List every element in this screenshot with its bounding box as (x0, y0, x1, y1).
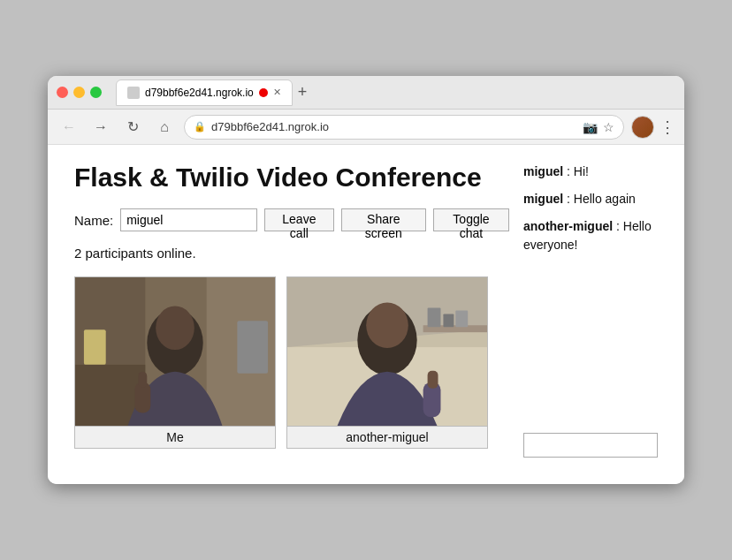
url-text: d79bbf6e2d41.ngrok.io (211, 120, 577, 133)
chat-sender-2: miguel (523, 192, 563, 206)
nav-bar: ← → ↻ ⌂ 🔒 d79bbf6e2d41.ngrok.io 📷 ☆ ⋮ (48, 110, 684, 145)
chat-text-1: : Hi! (567, 164, 589, 178)
title-bar: d79bbf6e2d41.ngrok.io ✕ + (48, 76, 684, 110)
video-grid: Me (74, 276, 509, 449)
chat-text-2: : Hello again (567, 192, 636, 206)
video-placeholder-me (75, 277, 275, 426)
chat-input[interactable] (523, 433, 658, 458)
chat-message-2: miguel : Hello again (523, 190, 658, 208)
video-me-svg (75, 276, 275, 427)
svg-rect-7 (138, 372, 147, 388)
chat-message-3: another-miguel : Hello everyone! (523, 217, 658, 254)
name-label: Name: (74, 213, 113, 228)
chat-panel: miguel : Hi! miguel : Hello again anothe… (509, 163, 658, 458)
svg-rect-8 (84, 329, 106, 365)
chat-messages: miguel : Hi! miguel : Hello again anothe… (523, 163, 658, 420)
chat-sender-1: miguel (523, 164, 563, 178)
video-container-me: Me (74, 276, 276, 449)
svg-rect-16 (455, 310, 468, 327)
chat-sender-3: another-miguel (523, 219, 613, 233)
video-box-other (286, 276, 488, 427)
nav-right: ⋮ (631, 116, 675, 139)
svg-rect-15 (443, 314, 454, 327)
video-box-me (74, 276, 276, 427)
toggle-chat-button[interactable]: Toggle chat (433, 208, 509, 231)
tab-favicon-icon (127, 87, 140, 99)
browser-window: d79bbf6e2d41.ngrok.io ✕ + ← → ↻ ⌂ 🔒 d79b… (48, 76, 684, 484)
close-button[interactable] (57, 87, 68, 98)
leave-call-button[interactable]: Leave call (264, 208, 333, 231)
svg-rect-9 (237, 321, 268, 373)
svg-point-18 (366, 302, 408, 348)
address-bar[interactable]: 🔒 d79bbf6e2d41.ngrok.io 📷 ☆ (184, 115, 624, 140)
recording-dot-icon (259, 88, 268, 97)
home-button[interactable]: ⌂ (152, 115, 177, 140)
new-tab-button[interactable]: + (293, 83, 313, 102)
bookmark-icon[interactable]: ☆ (603, 120, 614, 134)
tab-close-button[interactable]: ✕ (273, 87, 281, 98)
name-input[interactable] (120, 208, 257, 231)
svg-rect-14 (428, 307, 441, 327)
video-other-svg (287, 276, 487, 427)
video-placeholder-other (287, 277, 487, 426)
svg-rect-20 (428, 371, 438, 389)
back-button[interactable]: ← (57, 115, 81, 140)
share-screen-button[interactable]: Share screen (341, 208, 426, 231)
page-title: Flask & Twilio Video Conference (74, 163, 509, 193)
main-area: Flask & Twilio Video Conference Name: Le… (74, 163, 509, 458)
participants-info: 2 participants online. (74, 246, 509, 261)
svg-point-5 (156, 306, 194, 350)
chat-message-1: miguel : Hi! (523, 163, 658, 181)
page-content: Flask & Twilio Video Conference Name: Le… (48, 145, 684, 484)
video-container-other: another-miguel (286, 276, 488, 449)
tab-label: d79bbf6e2d41.ngrok.io (145, 87, 254, 99)
maximize-button[interactable] (90, 87, 102, 98)
video-label-me: Me (74, 427, 276, 449)
controls-bar: Name: Leave call Share screen Toggle cha… (74, 208, 509, 231)
reload-button[interactable]: ↻ (120, 115, 145, 140)
lock-icon: 🔒 (194, 121, 206, 132)
forward-button[interactable]: → (88, 115, 113, 140)
camera-icon[interactable]: 📷 (583, 120, 598, 134)
video-label-other: another-miguel (286, 427, 488, 449)
traffic-lights (57, 87, 102, 98)
minimize-button[interactable] (73, 87, 85, 98)
avatar[interactable] (631, 116, 654, 139)
browser-menu-button[interactable]: ⋮ (660, 117, 675, 137)
active-tab[interactable]: d79bbf6e2d41.ngrok.io ✕ (116, 79, 293, 106)
tab-bar: d79bbf6e2d41.ngrok.io ✕ + (116, 79, 675, 106)
